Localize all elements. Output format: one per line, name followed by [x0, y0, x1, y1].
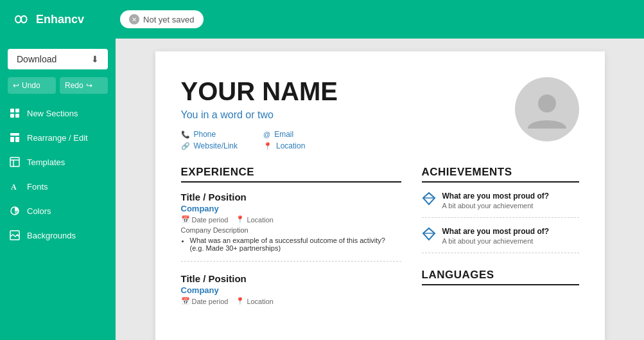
- contact-email[interactable]: @ Email: [263, 130, 305, 139]
- contact-website[interactable]: 🔗 Website/Link: [181, 141, 238, 150]
- pin-icon: 📍: [236, 215, 245, 224]
- location-icon: 📍: [263, 142, 272, 150]
- svg-marker-18: [423, 228, 435, 240]
- download-label: Download: [17, 54, 57, 64]
- achievement-title-1[interactable]: What are you most proud of?: [442, 192, 550, 201]
- email-icon: @: [263, 130, 270, 138]
- undo-label: Undo: [22, 81, 40, 90]
- resume-right-column: ACHIEVEMENTS What are you most proud: [422, 166, 579, 326]
- exp-bullet-1[interactable]: What was an example of a successful outc…: [190, 237, 401, 252]
- contact-phone-label: Phone: [194, 130, 216, 139]
- template-icon: [9, 156, 21, 168]
- achievement-item-2: What are you most proud of? A bit about …: [422, 227, 579, 253]
- contact-location[interactable]: 📍 Location: [263, 141, 305, 150]
- exp-bullets-1: What was an example of a successful outc…: [181, 237, 401, 252]
- undo-button[interactable]: ↩ Undo: [8, 77, 56, 94]
- close-icon[interactable]: ✕: [129, 14, 139, 24]
- fonts-label: Fonts: [27, 182, 48, 192]
- resume-body: EXPERIENCE Title / Position Company 📅 Da…: [181, 166, 579, 326]
- sidebar-item-new-sections[interactable]: New Sections: [3, 102, 113, 125]
- achievement-content-2: What are you most proud of? A bit about …: [442, 227, 550, 245]
- svg-marker-14: [423, 193, 435, 204]
- backgrounds-icon: [9, 229, 21, 241]
- svg-rect-1: [15, 109, 19, 112]
- infinity-icon: [10, 13, 31, 26]
- redo-arrow-icon: ↪: [86, 81, 92, 90]
- logo-area: Enhancv: [10, 13, 84, 26]
- not-saved-badge: ✕ Not yet saved: [120, 10, 204, 28]
- contact-website-label: Website/Link: [194, 141, 238, 150]
- exp-meta-1: 📅 Date period 📍 Location: [181, 215, 401, 224]
- exp-meta-2: 📅 Date period 📍 Location: [181, 297, 401, 305]
- achievement-desc-1[interactable]: A bit about your achievement: [442, 202, 550, 210]
- new-sections-label: New Sections: [27, 109, 78, 118]
- undo-arrow-icon: ↩: [13, 81, 19, 90]
- exp-title-1[interactable]: Title / Position: [181, 192, 401, 202]
- exp-company-1[interactable]: Company: [181, 204, 401, 213]
- exp-company-2[interactable]: Company: [181, 285, 401, 295]
- svg-rect-6: [15, 137, 19, 142]
- calendar-icon-2: 📅: [181, 297, 190, 305]
- download-icon: ⬇: [91, 54, 99, 64]
- resume-name[interactable]: YOUR NAME: [181, 77, 338, 105]
- svg-rect-4: [10, 133, 19, 136]
- avatar-svg: [525, 87, 570, 132]
- resume-area: YOUR NAME You in a word or two 📞 Phone 🔗…: [116, 39, 644, 340]
- achievements-section-title: ACHIEVEMENTS: [422, 166, 579, 183]
- resume-tagline[interactable]: You in a word or two: [181, 109, 338, 121]
- resume-page: YOUR NAME You in a word or two 📞 Phone 🔗…: [155, 51, 605, 340]
- not-saved-label: Not yet saved: [143, 15, 195, 24]
- svg-line-20: [429, 228, 435, 233]
- layout-icon: [9, 132, 21, 143]
- templates-label: Templates: [27, 157, 65, 167]
- contact-col-left: 📞 Phone 🔗 Website/Link: [181, 130, 238, 150]
- pin-icon-2: 📍: [236, 297, 245, 305]
- brand-name: Enhancv: [36, 13, 84, 26]
- exp-date-1: 📅 Date period: [181, 215, 229, 224]
- avatar: [515, 77, 579, 141]
- undo-redo-bar: ↩ Undo Redo ↪: [8, 77, 108, 94]
- languages-section-title: LANGUAGES: [422, 269, 579, 285]
- achievement-title-2[interactable]: What are you most proud of?: [442, 227, 550, 236]
- backgrounds-label: Backgrounds: [27, 231, 76, 240]
- sidebar: Download ⬇ ↩ Undo Redo ↪ New Sections: [0, 39, 116, 340]
- experience-entry-2: Title / Position Company 📅 Date period 📍…: [181, 273, 401, 314]
- resume-header: YOUR NAME You in a word or two 📞 Phone 🔗…: [181, 77, 579, 150]
- contact-email-label: Email: [274, 130, 293, 139]
- contact-location-label: Location: [276, 141, 305, 150]
- resume-contacts: 📞 Phone 🔗 Website/Link @ Email: [181, 130, 338, 150]
- achievement-content-1: What are you most proud of? A bit about …: [442, 192, 550, 210]
- exp-date-2: 📅 Date period: [181, 297, 229, 305]
- calendar-icon: 📅: [181, 215, 190, 224]
- phone-icon: 📞: [181, 130, 190, 139]
- svg-rect-7: [10, 157, 19, 166]
- exp-title-2[interactable]: Title / Position: [181, 273, 401, 284]
- diamond-icon-1: [422, 192, 436, 206]
- exp-location-1: 📍 Location: [236, 215, 274, 224]
- sidebar-nav: New Sections Rearrange / Edit Templates …: [0, 102, 116, 247]
- svg-rect-5: [10, 137, 14, 142]
- grid-icon: [9, 107, 21, 119]
- svg-line-16: [429, 193, 435, 198]
- contact-phone[interactable]: 📞 Phone: [181, 130, 238, 139]
- svg-point-13: [538, 94, 556, 112]
- svg-rect-0: [10, 109, 14, 112]
- contact-col-right: @ Email 📍 Location: [263, 130, 305, 150]
- colors-icon: [9, 205, 21, 217]
- sidebar-item-colors[interactable]: Colors: [3, 199, 113, 222]
- colors-label: Colors: [27, 206, 51, 216]
- sidebar-item-backgrounds[interactable]: Backgrounds: [3, 224, 113, 247]
- sidebar-item-templates[interactable]: Templates: [3, 150, 113, 174]
- svg-line-21: [423, 228, 429, 233]
- resume-header-left: YOUR NAME You in a word or two 📞 Phone 🔗…: [181, 77, 338, 150]
- redo-button[interactable]: Redo ↪: [60, 77, 108, 94]
- resume-left-column: EXPERIENCE Title / Position Company 📅 Da…: [181, 166, 401, 326]
- svg-line-17: [423, 193, 429, 198]
- rearrange-label: Rearrange / Edit: [27, 133, 88, 143]
- achievement-desc-2[interactable]: A bit about your achievement: [442, 237, 550, 245]
- sidebar-item-fonts[interactable]: A Fonts: [3, 175, 113, 198]
- download-button[interactable]: Download ⬇: [8, 49, 108, 69]
- sidebar-item-rearrange-edit[interactable]: Rearrange / Edit: [3, 126, 113, 149]
- exp-description-1[interactable]: Company Description: [181, 226, 401, 234]
- svg-rect-2: [10, 114, 14, 118]
